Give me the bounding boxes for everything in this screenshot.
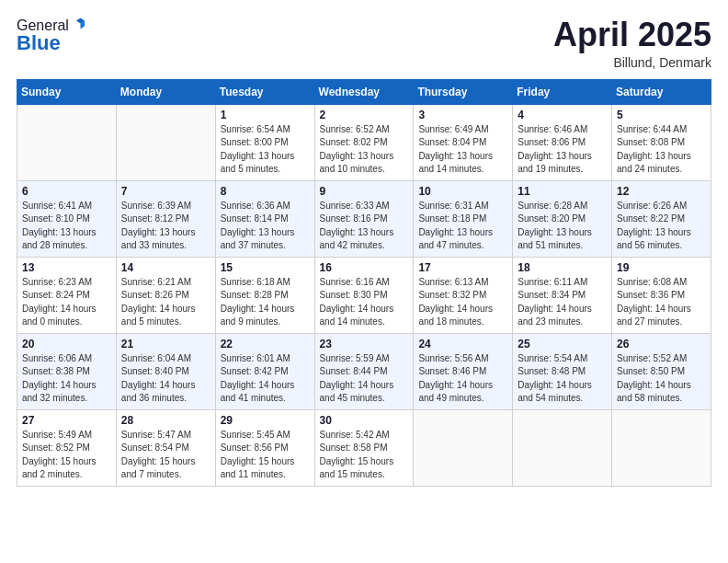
calendar-day-cell xyxy=(414,409,513,486)
logo-icon xyxy=(71,17,87,33)
day-number: 22 xyxy=(221,338,310,350)
day-info: Sunrise: 6:46 AMSunset: 8:06 PMDaylight:… xyxy=(518,123,607,177)
calendar-day-cell: 21Sunrise: 6:04 AMSunset: 8:40 PMDayligh… xyxy=(116,333,215,409)
day-number: 13 xyxy=(22,261,111,274)
calendar-week-row: 20Sunrise: 6:06 AMSunset: 8:38 PMDayligh… xyxy=(17,333,711,409)
day-number: 8 xyxy=(221,185,310,198)
calendar-day-cell: 3Sunrise: 6:49 AMSunset: 8:04 PMDaylight… xyxy=(414,104,513,180)
calendar-day-cell: 22Sunrise: 6:01 AMSunset: 8:42 PMDayligh… xyxy=(215,333,314,409)
day-number: 17 xyxy=(418,261,507,274)
day-info: Sunrise: 6:21 AMSunset: 8:26 PMDaylight:… xyxy=(121,276,210,329)
calendar-table: Sunday Monday Tuesday Wednesday Thursday… xyxy=(17,79,711,487)
calendar-day-cell: 14Sunrise: 6:21 AMSunset: 8:26 PMDayligh… xyxy=(116,257,215,333)
day-number: 9 xyxy=(320,185,409,198)
day-number: 26 xyxy=(617,338,706,350)
calendar-day-cell: 17Sunrise: 6:13 AMSunset: 8:32 PMDayligh… xyxy=(414,257,513,333)
day-number: 3 xyxy=(418,109,507,121)
day-number: 4 xyxy=(518,109,607,121)
calendar-day-cell: 23Sunrise: 5:59 AMSunset: 8:44 PMDayligh… xyxy=(314,333,414,409)
day-number: 20 xyxy=(22,338,111,350)
calendar-day-cell: 11Sunrise: 6:28 AMSunset: 8:20 PMDayligh… xyxy=(513,180,612,257)
calendar-day-cell: 7Sunrise: 6:39 AMSunset: 8:12 PMDaylight… xyxy=(116,180,215,257)
day-info: Sunrise: 6:49 AMSunset: 8:04 PMDaylight:… xyxy=(418,123,507,177)
header: General Blue April 2025 Billund, Denmark xyxy=(17,17,711,70)
day-number: 21 xyxy=(121,338,210,350)
calendar-week-row: 13Sunrise: 6:23 AMSunset: 8:24 PMDayligh… xyxy=(17,257,711,333)
calendar-day-cell: 30Sunrise: 5:42 AMSunset: 8:58 PMDayligh… xyxy=(314,409,414,486)
calendar-week-row: 6Sunrise: 6:41 AMSunset: 8:10 PMDaylight… xyxy=(17,180,711,257)
day-number: 29 xyxy=(221,414,310,427)
day-number: 16 xyxy=(320,261,409,274)
col-thursday: Thursday xyxy=(414,79,513,104)
month-title: April 2025 xyxy=(553,17,711,53)
day-info: Sunrise: 6:04 AMSunset: 8:40 PMDaylight:… xyxy=(121,352,210,406)
calendar-day-cell: 13Sunrise: 6:23 AMSunset: 8:24 PMDayligh… xyxy=(17,257,117,333)
calendar-day-cell: 16Sunrise: 6:16 AMSunset: 8:30 PMDayligh… xyxy=(314,257,414,333)
calendar-day-cell: 9Sunrise: 6:33 AMSunset: 8:16 PMDaylight… xyxy=(314,180,414,257)
day-info: Sunrise: 6:33 AMSunset: 8:16 PMDaylight:… xyxy=(320,200,409,253)
col-sunday: Sunday xyxy=(17,79,117,104)
day-info: Sunrise: 5:45 AMSunset: 8:56 PMDaylight:… xyxy=(221,429,310,482)
day-info: Sunrise: 6:08 AMSunset: 8:36 PMDaylight:… xyxy=(617,276,706,329)
day-number: 28 xyxy=(121,414,210,427)
calendar-day-cell: 5Sunrise: 6:44 AMSunset: 8:08 PMDaylight… xyxy=(612,104,711,180)
day-info: Sunrise: 5:42 AMSunset: 8:58 PMDaylight:… xyxy=(320,429,409,482)
day-number: 30 xyxy=(320,414,409,427)
calendar-day-cell: 29Sunrise: 5:45 AMSunset: 8:56 PMDayligh… xyxy=(215,409,314,486)
day-number: 6 xyxy=(22,185,111,198)
day-info: Sunrise: 6:13 AMSunset: 8:32 PMDaylight:… xyxy=(418,276,507,329)
calendar-day-cell: 10Sunrise: 6:31 AMSunset: 8:18 PMDayligh… xyxy=(414,180,513,257)
day-info: Sunrise: 6:36 AMSunset: 8:14 PMDaylight:… xyxy=(221,200,310,253)
day-number: 18 xyxy=(518,261,607,274)
calendar-day-cell: 15Sunrise: 6:18 AMSunset: 8:28 PMDayligh… xyxy=(215,257,314,333)
day-info: Sunrise: 5:59 AMSunset: 8:44 PMDaylight:… xyxy=(320,352,409,406)
calendar-week-row: 27Sunrise: 5:49 AMSunset: 8:52 PMDayligh… xyxy=(17,409,711,486)
day-info: Sunrise: 6:41 AMSunset: 8:10 PMDaylight:… xyxy=(22,200,111,253)
calendar-day-cell: 8Sunrise: 6:36 AMSunset: 8:14 PMDaylight… xyxy=(215,180,314,257)
calendar-day-cell: 25Sunrise: 5:54 AMSunset: 8:48 PMDayligh… xyxy=(513,333,612,409)
col-monday: Monday xyxy=(116,79,215,104)
day-number: 19 xyxy=(617,261,706,274)
calendar-day-cell: 2Sunrise: 6:52 AMSunset: 8:02 PMDaylight… xyxy=(314,104,414,180)
day-info: Sunrise: 6:26 AMSunset: 8:22 PMDaylight:… xyxy=(617,200,706,253)
day-info: Sunrise: 6:39 AMSunset: 8:12 PMDaylight:… xyxy=(121,200,210,253)
calendar-day-cell: 20Sunrise: 6:06 AMSunset: 8:38 PMDayligh… xyxy=(17,333,117,409)
day-number: 5 xyxy=(617,109,706,121)
day-info: Sunrise: 6:31 AMSunset: 8:18 PMDaylight:… xyxy=(418,200,507,253)
day-info: Sunrise: 5:47 AMSunset: 8:54 PMDaylight:… xyxy=(121,429,210,482)
calendar-day-cell: 28Sunrise: 5:47 AMSunset: 8:54 PMDayligh… xyxy=(116,409,215,486)
calendar-day-cell: 27Sunrise: 5:49 AMSunset: 8:52 PMDayligh… xyxy=(17,409,117,486)
calendar-day-cell: 6Sunrise: 6:41 AMSunset: 8:10 PMDaylight… xyxy=(17,180,117,257)
calendar-day-cell: 18Sunrise: 6:11 AMSunset: 8:34 PMDayligh… xyxy=(513,257,612,333)
calendar-day-cell xyxy=(17,104,117,180)
day-number: 12 xyxy=(617,185,706,198)
calendar-week-row: 1Sunrise: 6:54 AMSunset: 8:00 PMDaylight… xyxy=(17,104,711,180)
day-number: 15 xyxy=(221,261,310,274)
calendar-day-cell: 26Sunrise: 5:52 AMSunset: 8:50 PMDayligh… xyxy=(612,333,711,409)
day-info: Sunrise: 6:16 AMSunset: 8:30 PMDaylight:… xyxy=(320,276,409,329)
calendar-day-cell xyxy=(612,409,711,486)
calendar-day-cell xyxy=(513,409,612,486)
calendar-day-cell xyxy=(116,104,215,180)
day-info: Sunrise: 6:23 AMSunset: 8:24 PMDaylight:… xyxy=(22,276,111,329)
calendar-header-row: Sunday Monday Tuesday Wednesday Thursday… xyxy=(17,79,711,104)
calendar-day-cell: 24Sunrise: 5:56 AMSunset: 8:46 PMDayligh… xyxy=(414,333,513,409)
day-info: Sunrise: 6:11 AMSunset: 8:34 PMDaylight:… xyxy=(518,276,607,329)
location-subtitle: Billund, Denmark xyxy=(553,55,711,70)
day-number: 25 xyxy=(518,338,607,350)
day-number: 2 xyxy=(320,109,409,121)
page: General Blue April 2025 Billund, Denmark… xyxy=(0,0,728,563)
day-number: 1 xyxy=(221,109,310,121)
col-tuesday: Tuesday xyxy=(215,79,314,104)
day-info: Sunrise: 6:52 AMSunset: 8:02 PMDaylight:… xyxy=(320,123,409,177)
day-number: 24 xyxy=(418,338,507,350)
title-block: April 2025 Billund, Denmark xyxy=(553,17,711,70)
day-info: Sunrise: 5:49 AMSunset: 8:52 PMDaylight:… xyxy=(22,429,111,482)
day-number: 10 xyxy=(418,185,507,198)
day-info: Sunrise: 6:06 AMSunset: 8:38 PMDaylight:… xyxy=(22,352,111,406)
day-number: 23 xyxy=(320,338,409,350)
day-number: 7 xyxy=(121,185,210,198)
calendar-day-cell: 1Sunrise: 6:54 AMSunset: 8:00 PMDaylight… xyxy=(215,104,314,180)
day-number: 27 xyxy=(22,414,111,427)
day-info: Sunrise: 6:44 AMSunset: 8:08 PMDaylight:… xyxy=(617,123,706,177)
